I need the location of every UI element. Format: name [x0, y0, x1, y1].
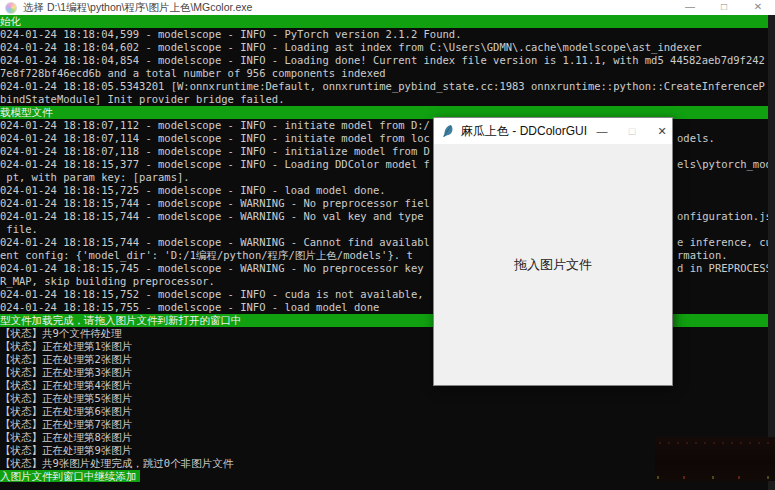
close-button[interactable]: ✕ [647, 125, 677, 138]
console-line: 【状态】正在处理第5张图片 [0, 392, 775, 405]
ddcolor-window-controls: — □ ✕ [587, 118, 677, 144]
app-icon [5, 2, 17, 14]
ddcolor-gui-window: 麻瓜上色 - DDColorGUI — □ ✕ 拖入图片文件 [433, 117, 673, 386]
console-line: 024-01-24 18:18:04,602 - modelscope - IN… [0, 41, 775, 54]
console-line: 7e8f728bf46ecd6b and a total number of 9… [0, 67, 775, 80]
console-line-right-fragment: els\pytorch_mode [677, 158, 775, 171]
console-line-right-fragment: e inference, cur [677, 236, 775, 249]
ddcolor-window-title: 麻瓜上色 - DDColorGUI [461, 123, 587, 140]
console-line: 【状态】正在处理第6张图片 [0, 405, 775, 418]
console-line-right-fragment: onfiguration.jso [677, 210, 775, 223]
console-line: 024-01-24 18:18:04,854 - modelscope - IN… [0, 54, 775, 67]
image-drop-area[interactable]: 拖入图片文件 [434, 145, 672, 385]
console-line: 024-01-24 18:18:04,599 - modelscope - IN… [0, 28, 775, 41]
console-line-right-fragment: rmation. [677, 249, 728, 262]
console-title-bar: 选择 D:\1编程\python\程序\图片上色\MGcolor.exe — □… [0, 0, 775, 15]
console-line: 【状态】正在处理第7张图片 [0, 418, 775, 431]
dark-image-artifact [655, 437, 775, 481]
console-line-right-fragment: d in PREPROCESS [677, 262, 772, 275]
console-line-right-fragment: odels. [677, 132, 715, 145]
console-window-controls: — □ ✕ [673, 0, 775, 15]
maximize-button[interactable]: □ [707, 0, 741, 15]
minimize-button[interactable]: — [673, 0, 707, 15]
minimize-button[interactable]: — [587, 125, 617, 137]
tk-feather-icon [441, 124, 455, 138]
close-button[interactable]: ✕ [741, 0, 775, 15]
console-window-title: 选择 D:\1编程\python\程序\图片上色\MGcolor.exe [23, 1, 252, 15]
artifact-specks-bottom [657, 476, 773, 479]
console-line: 始化 [0, 15, 775, 28]
drop-area-label: 拖入图片文件 [514, 256, 592, 274]
console-line: bindStateModule] Init provider bridge fa… [0, 93, 775, 106]
console-scrollbar[interactable] [768, 15, 775, 490]
ddcolor-title-bar[interactable]: 麻瓜上色 - DDColorGUI — □ ✕ [434, 118, 672, 144]
artifact-specks-top [659, 442, 771, 444]
maximize-button[interactable]: □ [617, 125, 647, 137]
console-line: 024-01-24 18:18:05.5343201 [W:onnxruntim… [0, 80, 775, 93]
